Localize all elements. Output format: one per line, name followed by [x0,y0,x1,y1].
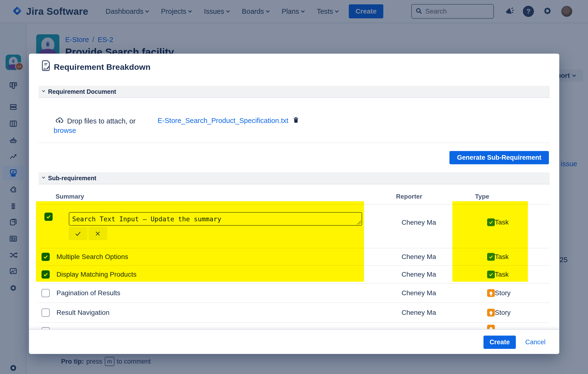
upload-cloud-icon [55,116,64,126]
row-type: Story [487,309,511,317]
task-type-icon [487,271,495,278]
row-reporter: Cheney Ma [385,271,452,278]
ai-document-icon: AI [40,59,52,73]
section-requirement-document[interactable]: Requirement Document [39,86,550,98]
row-summary: Display Matching Products [56,271,136,278]
row-type [487,325,495,329]
column-header-summary: Summary [55,193,84,200]
row-type: Story [487,289,511,297]
chevron-down-icon [42,89,45,92]
row-reporter: Cheney Ma [385,253,452,261]
table-row-partial [39,322,550,329]
summary-edit-field [69,212,362,226]
row-reporter: Cheney Ma [385,289,452,297]
row-checkbox-checked[interactable] [42,270,50,279]
column-header-type: Type [475,193,489,200]
story-type-icon [487,325,495,329]
modal-title: Requirement Breakdown [54,62,151,72]
row-checkbox-checked[interactable] [44,213,52,221]
section-sub-requirement[interactable]: Sub-requirement [39,172,550,184]
row-reporter: Cheney Ma [385,219,452,226]
svg-text:AI: AI [43,67,46,70]
row-checkbox-unchecked[interactable] [42,327,50,329]
row-checkbox-checked[interactable] [42,253,50,261]
row-checkbox-unchecked[interactable] [42,308,50,317]
drop-files-text: Drop files to attach, or [55,116,136,126]
row-reporter: Cheney Ma [385,309,452,317]
task-type-icon [487,253,495,261]
divider [39,143,550,143]
table-row: Pagination of Results Cheney Ma Story [39,283,550,302]
table-row: Cheney Ma Task [39,204,550,248]
requirement-breakdown-modal: AI Requirement Breakdown Requirement Doc… [29,54,559,354]
story-type-icon [487,309,495,317]
browse-link[interactable]: browse [53,127,76,135]
create-button[interactable]: Create [483,336,516,349]
row-summary: Result Navigation [56,309,109,317]
table-row: Display Matching Products Cheney Ma Task [39,265,550,283]
attached-file-link[interactable]: E-Store_Search_Product_Specification.txt [158,117,288,125]
row-checkbox-unchecked[interactable] [42,289,50,297]
row-type: Task [487,253,509,261]
table-row: Multiple Search Options Cheney Ma Task [39,248,550,265]
task-type-icon [487,218,495,226]
row-summary: Pagination of Results [56,289,120,297]
delete-file-trash-icon[interactable] [292,116,300,125]
column-header-reporter: Reporter [375,193,443,200]
confirm-edit-button[interactable] [69,227,87,240]
story-type-icon [487,289,495,297]
generate-sub-requirement-button[interactable]: Generate Sub-Requirement [450,151,549,164]
cancel-edit-button[interactable] [88,227,107,240]
row-summary: Multiple Search Options [56,253,128,261]
table-row: Result Navigation Cheney Ma Story [39,302,550,322]
sub-requirement-table: Cheney Ma Task Multiple Search Options C… [39,204,550,329]
modal-footer: Create Cancel [29,329,559,354]
row-type: Task [487,271,509,278]
row-type: Task [487,218,509,226]
summary-input[interactable] [69,212,362,226]
chevron-down-icon [42,176,45,178]
cancel-link[interactable]: Cancel [525,339,546,346]
